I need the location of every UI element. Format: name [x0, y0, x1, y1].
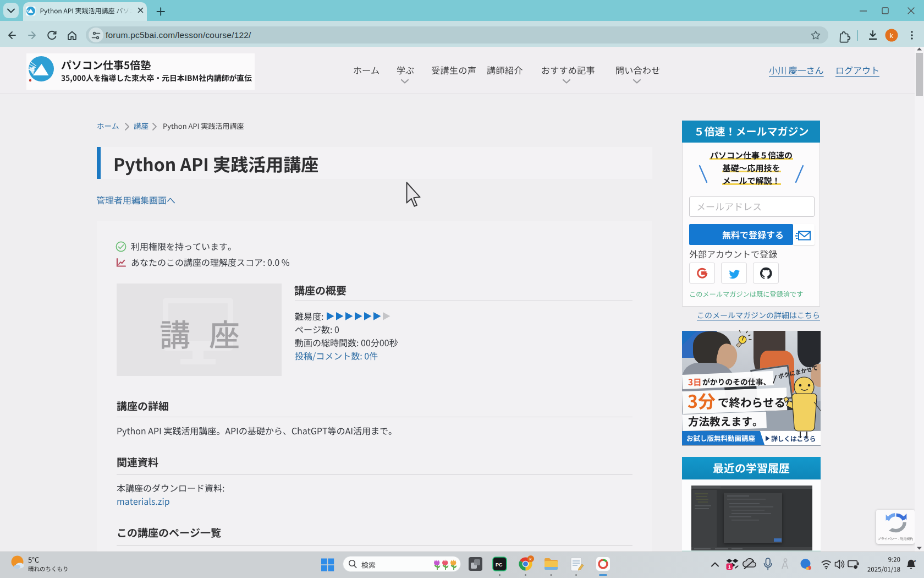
- svg-text:k: k: [890, 31, 894, 40]
- svg-text:1: 1: [728, 564, 731, 570]
- svg-text:z: z: [914, 558, 916, 563]
- svg-text:PC: PC: [496, 562, 503, 568]
